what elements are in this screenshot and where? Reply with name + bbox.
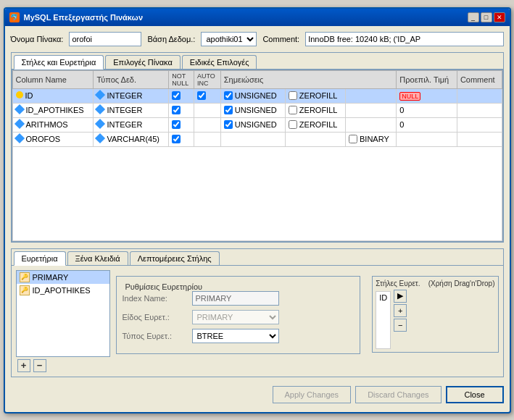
col-notnull-id-apo[interactable]	[169, 103, 194, 117]
zerofill-cb-id-apo[interactable]	[289, 106, 297, 114]
col-list: ID	[376, 291, 391, 349]
discard-changes-button[interactable]: Discard Changes	[355, 386, 441, 403]
table-name-label: Όνομα Πίνακα:	[11, 35, 64, 43]
table-name-input[interactable]	[69, 32, 141, 46]
col-group-inner: ID ▶ + −	[376, 290, 494, 349]
col-type-arithmos: INTEGER	[94, 117, 169, 132]
col-unsigned-id-apo[interactable]: UNSIGNED	[220, 103, 285, 117]
col-unsigned-arithmos[interactable]: UNSIGNED	[220, 117, 285, 132]
col-add-button[interactable]: +	[394, 304, 407, 317]
table-row[interactable]: OROFOS VARCHAR(45) BINARY	[12, 132, 502, 146]
tab-indexes[interactable]: Ευρετήρια	[14, 251, 66, 266]
table-row[interactable]: ARITHMOS INTEGER UNSIGNED ZEROFILL 0	[12, 117, 502, 132]
col-zerofill-id-apo[interactable]: ZEROFILL	[285, 103, 345, 117]
col-unsigned-id[interactable]: UNSIGNED	[220, 88, 285, 103]
btree-select[interactable]: BTREE	[192, 329, 279, 343]
col-default-id: NULL	[397, 88, 457, 103]
settings-legend: Ρυθμίσεις Ευρετηρίου	[123, 282, 206, 291]
comment-label: Comment:	[262, 35, 299, 43]
settings-group: Ρυθμίσεις Ευρετηρίου Index Name: Είδος Ε…	[116, 276, 361, 354]
col-binary-id	[346, 88, 397, 103]
col-notnull-orofos[interactable]	[169, 132, 194, 146]
col-autoinc-orofos	[194, 132, 220, 146]
remove-index-button[interactable]: −	[33, 359, 46, 372]
autoinc-checkbox-id[interactable]	[197, 91, 206, 100]
notnull-cb-orofos[interactable]	[172, 135, 181, 143]
zerofill-cb-id[interactable]	[289, 91, 297, 100]
tab-special-options[interactable]: Ειδικές Επιλογές	[182, 55, 257, 69]
window-content: Όνομα Πίνακα: Βάση Δεδομ.: apothiki01 Co…	[5, 26, 510, 412]
index-name-id-apo: ID_APOTHIKES	[33, 286, 91, 295]
tab-columns-indexes[interactable]: Στήλες και Ευρετήρια	[14, 55, 104, 70]
col-autoinc-arithmos	[194, 117, 220, 132]
col-remove-button[interactable]: −	[394, 319, 407, 332]
table-row[interactable]: ID_APOTHIKES INTEGER UNSIGNED ZEROFILL 0	[12, 103, 502, 117]
main-tab-group: Στήλες και Ευρετήρια Επιλογές Πίνακα Ειδ…	[11, 52, 504, 243]
col-binary-orofos[interactable]: BINARY	[346, 132, 397, 146]
close-button[interactable]: Close	[446, 386, 504, 403]
type-icon	[95, 90, 105, 100]
col-name-orofos: OROFOS	[12, 132, 94, 146]
type-icon4	[14, 119, 24, 129]
window-controls: _ □ ✕	[468, 12, 505, 22]
notnull-checkbox-id[interactable]	[172, 91, 181, 100]
index-list-controls: + −	[16, 359, 110, 372]
index-settings-area: Ρυθμίσεις Ευρετηρίου Index Name: Είδος Ε…	[116, 270, 361, 372]
index-name-primary: PRIMARY	[33, 273, 69, 282]
binary-cb-orofos[interactable]	[349, 135, 357, 143]
null-badge: NULL	[399, 92, 420, 101]
col-default-arithmos: 0	[397, 117, 457, 132]
list-item-primary[interactable]: 🔑 PRIMARY	[17, 271, 109, 284]
th-auto-inc: AUTOINC	[194, 70, 220, 88]
col-autoinc-id[interactable]	[194, 88, 220, 103]
index-type-label: Είδος Ευρετ.:	[123, 313, 188, 322]
index-name-input[interactable]	[192, 291, 279, 306]
columns-group: Στήλες Ευρετ. (Χρήση Drag'n'Drop) ID ▶ +…	[372, 276, 498, 353]
tab-table-options[interactable]: Επιλογές Πίνακα	[105, 55, 181, 69]
index-list: 🔑 PRIMARY 🔑 ID_APOTHIKES	[16, 270, 110, 357]
list-item[interactable]: ID	[376, 292, 390, 303]
col-name-id-apo: ID_APOTHIKES	[12, 103, 94, 117]
type-icon2	[14, 104, 24, 114]
col-notnull-id[interactable]	[169, 88, 194, 103]
col-name-arithmos: ARITHMOS	[12, 117, 94, 132]
index-type-row: Είδος Ευρετ.: PRIMARY	[123, 310, 355, 324]
main-window: 🐬 MySQL Επεξεργαστής Πινάκων _ □ ✕ Όνομα…	[4, 7, 511, 413]
col-comment-orofos	[457, 132, 502, 146]
col-notnull-arithmos[interactable]	[169, 117, 194, 132]
notnull-cb-id-apo[interactable]	[172, 106, 181, 114]
col-zerofill-id[interactable]: ZEROFILL	[285, 88, 345, 103]
tab-column-details[interactable]: Λεπτομέρειες Στήλης	[130, 251, 220, 265]
close-window-button[interactable]: ✕	[494, 12, 505, 22]
th-column-name: Column Name	[12, 70, 94, 88]
zerofill-cb-arithmos[interactable]	[289, 120, 297, 129]
db-select[interactable]: apothiki01	[201, 32, 257, 46]
unsigned-cb-id-apo[interactable]	[224, 106, 233, 114]
table-row[interactable]: ID INTEGER UNSIGNED ZEROFILL NULL	[12, 88, 502, 103]
notnull-cb-arithmos[interactable]	[172, 120, 181, 129]
index-icon-id-apo: 🔑	[20, 285, 30, 295]
index-panel: 🔑 PRIMARY 🔑 ID_APOTHIKES + −	[12, 266, 503, 377]
col-binary-arithmos	[346, 117, 397, 132]
th-default: Προεπιλ. Τιμή	[397, 70, 457, 88]
index-list-container: 🔑 PRIMARY 🔑 ID_APOTHIKES + −	[16, 270, 110, 372]
unsigned-cb-arithmos[interactable]	[224, 120, 233, 129]
minimize-button[interactable]: _	[468, 12, 479, 22]
empty-row	[12, 146, 502, 240]
type-icon6	[14, 133, 24, 143]
list-item-id-apo[interactable]: 🔑 ID_APOTHIKES	[17, 284, 109, 297]
comment-input[interactable]	[305, 32, 503, 46]
tab-foreign-keys[interactable]: Ξένα Κλειδιά	[67, 251, 128, 265]
app-icon: 🐬	[9, 12, 20, 22]
unsigned-cb-id[interactable]	[224, 91, 233, 100]
maximize-button[interactable]: □	[481, 12, 492, 22]
apply-changes-button[interactable]: Apply Changes	[273, 386, 352, 403]
col-default-orofos	[397, 132, 457, 146]
add-index-button[interactable]: +	[17, 359, 30, 372]
col-zerofill-arithmos[interactable]: ZEROFILL	[285, 117, 345, 132]
main-tab-header: Στήλες και Ευρετήρια Επιλογές Πίνακα Ειδ…	[12, 53, 503, 70]
bottom-tab-header: Ευρετήρια Ξένα Κλειδιά Λεπτομέρειες Στήλ…	[12, 249, 503, 266]
col-type-orofos: VARCHAR(45)	[94, 132, 169, 146]
col-move-right-button[interactable]: ▶	[394, 290, 407, 303]
index-type-select[interactable]: PRIMARY	[192, 310, 279, 324]
